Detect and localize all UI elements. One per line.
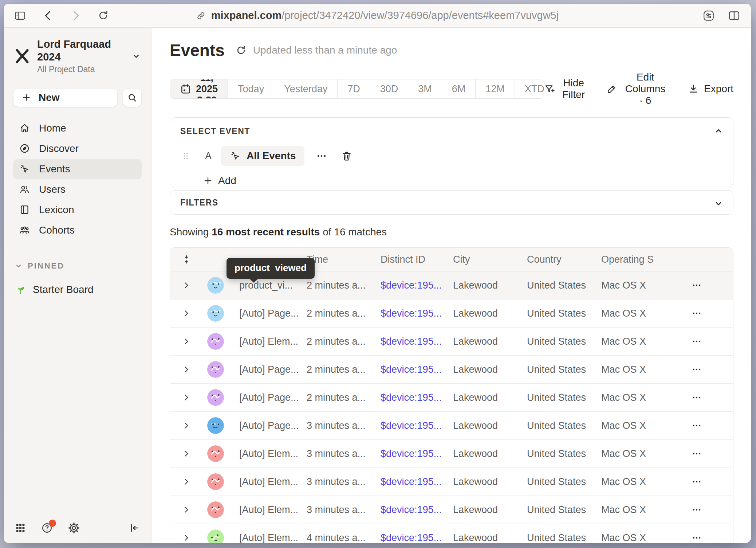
collapse-rows-icon[interactable] (181, 254, 192, 265)
row-more-options-icon[interactable] (689, 502, 704, 517)
table-row[interactable]: [Auto] Elem...2 minutes a...$device:195.… (170, 328, 733, 356)
events-icon (19, 163, 30, 175)
home-icon (19, 122, 30, 134)
row-more-options-icon[interactable] (689, 278, 704, 293)
column-header[interactable]: City (453, 254, 527, 265)
collapse-panel-icon[interactable] (713, 126, 724, 136)
sidebar-item-users[interactable]: Users (13, 179, 142, 200)
avatar (207, 501, 224, 518)
distinct-id-link[interactable]: $device:195... (381, 420, 442, 431)
refresh-icon[interactable] (236, 45, 247, 56)
filters-title: FILTERS (180, 198, 723, 208)
expand-row-icon[interactable] (182, 449, 191, 458)
distinct-id-link[interactable]: $device:195... (381, 532, 442, 543)
project-switcher[interactable]: Lord Farquaad 2024 All Project Data (13, 36, 142, 76)
download-icon (688, 83, 699, 94)
row-more-options-icon[interactable] (689, 446, 704, 461)
reload-icon[interactable] (98, 10, 109, 21)
expand-row-icon[interactable] (182, 421, 191, 430)
distinct-id-link[interactable]: $device:195... (381, 504, 442, 515)
country-cell: United States (527, 476, 601, 488)
sidebar-item-cohorts[interactable]: Cohorts (13, 220, 142, 240)
distinct-id-link[interactable]: $device:195... (381, 364, 442, 375)
expand-row-icon[interactable] (182, 309, 191, 318)
sidebar-item-events[interactable]: Events (13, 159, 142, 179)
distinct-id-link[interactable]: $device:195... (381, 308, 442, 319)
search-button[interactable] (123, 88, 142, 107)
row-more-options-icon[interactable] (689, 531, 704, 543)
trash-icon[interactable] (339, 148, 355, 164)
country-cell: United States (527, 280, 601, 291)
table-row[interactable]: [Auto] Elem...3 minutes a...$device:195.… (170, 468, 733, 496)
table-row[interactable]: [Auto] Elem...3 minutes a...$device:195.… (170, 496, 733, 524)
range-segment-yesterday[interactable]: Yesterday (274, 79, 338, 98)
expand-row-icon[interactable] (182, 505, 191, 514)
address-bar[interactable]: mixpanel.com/project/3472420/view/397469… (196, 9, 559, 21)
row-more-options-icon[interactable] (689, 306, 704, 321)
range-segment-7d[interactable]: 7D (338, 79, 370, 98)
distinct-id-link[interactable]: $device:195... (381, 336, 442, 347)
range-segment-30d[interactable]: 30D (370, 79, 409, 98)
sidebar-toggle-icon[interactable] (14, 9, 26, 22)
column-header[interactable]: Distinct ID (381, 254, 453, 265)
more-options-icon[interactable] (314, 148, 329, 164)
pinned-section-header[interactable]: PINNED (13, 261, 142, 271)
expand-row-icon[interactable] (182, 393, 191, 402)
range-segment-3m[interactable]: 3M (408, 79, 442, 98)
pinned-label: PINNED (28, 261, 64, 271)
table-row[interactable]: [Auto] Page...2 minutes a...$device:195.… (170, 384, 733, 412)
table-row[interactable]: [Auto] Elem...3 minutes a...$device:195.… (170, 440, 733, 468)
range-segment-12m[interactable]: 12M (476, 79, 515, 98)
sidebar-item-home[interactable]: Home (13, 118, 142, 138)
expand-row-icon[interactable] (182, 337, 191, 346)
help-icon[interactable] (41, 522, 53, 534)
table-row[interactable]: [Auto] Page...3 minutes a...$device:195.… (170, 412, 733, 440)
expand-row-icon[interactable] (182, 533, 191, 543)
export-button[interactable]: Export (688, 83, 733, 95)
os-cell: Mac OS X (601, 532, 684, 543)
table-row[interactable]: [Auto] Page...2 minutes a...$device:195.… (170, 300, 733, 328)
column-header[interactable]: Country (527, 254, 601, 265)
distinct-id-cell: $device:195... (381, 532, 453, 543)
apps-grid-icon[interactable] (15, 522, 26, 534)
row-more-options-icon[interactable] (689, 390, 704, 405)
sidebar-item-discover[interactable]: Discover (13, 138, 142, 159)
column-header[interactable]: Time (307, 254, 381, 265)
expand-panel-icon[interactable] (713, 199, 724, 209)
table-row[interactable]: [Auto] Elem...4 minutes a...$device:195.… (170, 524, 733, 543)
distinct-id-link[interactable]: $device:195... (381, 280, 442, 291)
drag-handle-icon[interactable] (180, 150, 191, 161)
table-row[interactable]: [Auto] Page...2 minutes a...$device:195.… (170, 356, 733, 384)
sidebar-item-lexicon[interactable]: Lexicon (13, 200, 142, 220)
back-icon[interactable] (42, 10, 54, 21)
range-segment-xtd[interactable]: XTD (515, 79, 544, 98)
distinct-id-cell: $device:195... (381, 336, 453, 347)
row-more-options-icon[interactable] (689, 362, 704, 377)
pinned-item[interactable]: Starter Board (13, 280, 142, 299)
edit-columns-button[interactable]: Edit Columns · 6 (606, 71, 668, 106)
range-segment-today[interactable]: Today (228, 79, 274, 98)
event-chip[interactable]: All Events (221, 146, 304, 166)
forward-icon[interactable] (70, 10, 82, 21)
collapse-sidebar-icon[interactable] (129, 522, 140, 534)
gear-icon[interactable] (68, 522, 80, 534)
row-more-options-icon[interactable] (689, 334, 704, 349)
new-button[interactable]: New (13, 88, 118, 107)
page-settings-icon[interactable] (702, 9, 715, 22)
event-tooltip: product_viewed (227, 258, 315, 279)
add-event-button[interactable]: Add (203, 175, 236, 187)
expand-row-icon[interactable] (182, 365, 191, 374)
split-view-icon[interactable] (728, 9, 741, 22)
range-segment-6m[interactable]: 6M (442, 79, 476, 98)
distinct-id-link[interactable]: $device:195... (381, 476, 442, 487)
expand-row-icon[interactable] (182, 477, 191, 486)
distinct-id-link[interactable]: $device:195... (381, 392, 442, 403)
expand-row-icon[interactable] (182, 281, 191, 290)
row-more-options-icon[interactable] (689, 418, 704, 433)
date-picker-segment[interactable]: Mar 11, 2025 3:30 pm (170, 79, 228, 98)
time-cell: 2 minutes a... (307, 336, 381, 347)
hide-filter-button[interactable]: Hide Filter (544, 77, 587, 101)
distinct-id-link[interactable]: $device:195... (381, 448, 442, 459)
row-more-options-icon[interactable] (689, 474, 704, 489)
column-header[interactable]: Operating S (601, 254, 684, 265)
